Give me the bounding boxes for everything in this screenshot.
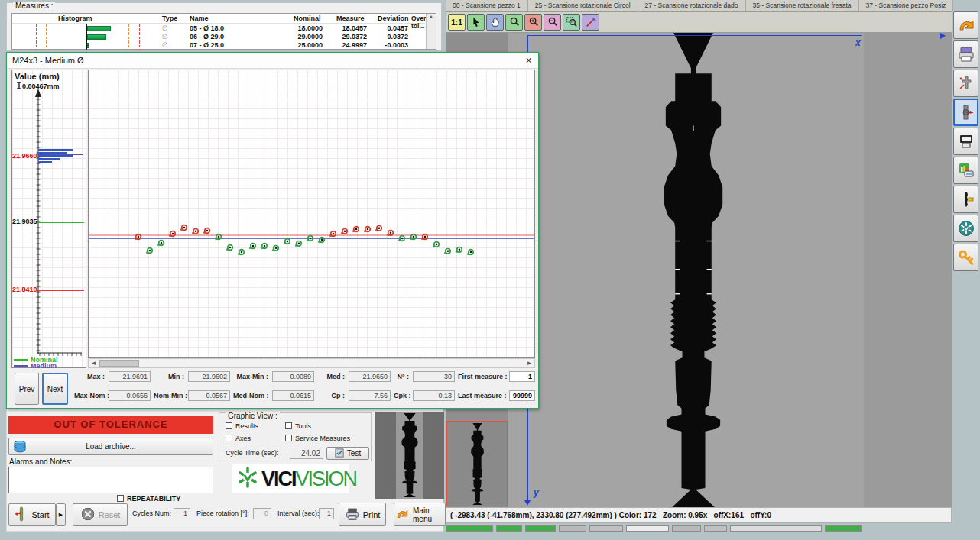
- scan-tab[interactable]: 27 - Scansione rotazionale dado: [638, 0, 746, 11]
- dialog-titlebar[interactable]: M24x3 - Medium Ø ×: [7, 53, 538, 69]
- scroll-thumb[interactable]: [99, 360, 139, 367]
- zoom-out-button[interactable]: [544, 14, 561, 31]
- deviation-bar: [87, 43, 89, 48]
- piece-rotation-field[interactable]: 0: [253, 508, 271, 519]
- x-axis-label: x: [855, 37, 861, 48]
- stat-value-field[interactable]: 99999: [509, 390, 535, 401]
- zoom-button[interactable]: [505, 14, 523, 31]
- vici-logo-button[interactable]: [953, 215, 978, 242]
- measure-name: 06 - Ø 29.0: [190, 33, 224, 40]
- part-tools-button[interactable]: [953, 186, 978, 213]
- trend-plot[interactable]: [88, 70, 535, 358]
- main-menu-button[interactable]: Main menu: [394, 503, 446, 526]
- scan-tab-strip: 00 - Scansione pezzo 125 - Scansione rot…: [446, 0, 952, 12]
- measured-value: 18.0457: [327, 24, 367, 32]
- col-nominal[interactable]: Nominal: [294, 15, 321, 22]
- zoom-in-button[interactable]: [524, 14, 542, 31]
- x-axis-arrow: [940, 33, 946, 39]
- col-measure[interactable]: Measure: [336, 15, 365, 22]
- scan-tab[interactable]: 35 - Scansione rotazionale fresata: [746, 0, 859, 11]
- checkbox-label: Results: [235, 422, 258, 430]
- start-button[interactable]: Start: [8, 503, 56, 526]
- alarms-textarea[interactable]: [8, 467, 213, 493]
- print-report-button[interactable]: [953, 40, 978, 68]
- service-measures-checkbox[interactable]: [285, 435, 292, 441]
- results-view-button[interactable]: [953, 157, 978, 184]
- dialog-title: M24x3 - Medium Ø: [12, 56, 84, 65]
- stat-value-field[interactable]: 1: [509, 371, 535, 382]
- part-program-button[interactable]: [953, 70, 978, 97]
- stat-label: Last measure :: [458, 392, 506, 399]
- test-button[interactable]: Test: [326, 447, 369, 460]
- data-point-3: [157, 241, 164, 247]
- col-name[interactable]: Name: [190, 15, 209, 22]
- main-menu-back-button[interactable]: [953, 11, 978, 39]
- cycle-time-field[interactable]: 24.02: [290, 448, 323, 459]
- trend-plot-canvas: [89, 70, 534, 357]
- data-point-6: [192, 229, 198, 235]
- checkbox-label: Tools: [295, 422, 311, 430]
- viewport-right-shade: [864, 33, 952, 507]
- repeatability-checkbox[interactable]: [117, 495, 124, 502]
- print-preview-button[interactable]: [953, 128, 978, 155]
- cycles-num-field[interactable]: 1: [174, 508, 190, 519]
- graphic-view-option: Results: [226, 422, 285, 435]
- prev-button[interactable]: Prev: [15, 373, 39, 405]
- data-point-17: [318, 238, 324, 244]
- stat-label: Cp :: [317, 392, 345, 399]
- measure-line-button[interactable]: [582, 14, 599, 31]
- scroll-left-icon[interactable]: ◄: [89, 359, 99, 367]
- taskbar-segment: [525, 525, 556, 532]
- plot-hscrollbar[interactable]: ◄ ►: [88, 358, 535, 368]
- measure-row[interactable]: ∅06 - Ø 29.029.000029.03720.0372: [12, 33, 425, 41]
- service-key-button[interactable]: [953, 244, 978, 271]
- col-deviation[interactable]: Deviation: [378, 15, 409, 22]
- measure-row[interactable]: ∅07 - Ø 25.025.000024.9997-0.0003: [12, 41, 425, 50]
- load-archive-button[interactable]: Load archive...: [8, 438, 213, 455]
- pan-hand-button[interactable]: [486, 14, 504, 31]
- tolerance-dash-line: [128, 33, 129, 41]
- col-histogram[interactable]: Histogram: [58, 15, 92, 22]
- measures-scrollbar[interactable]: ▲: [426, 14, 436, 49]
- overview-thumbnail[interactable]: [446, 421, 508, 506]
- reset-button[interactable]: Reset: [73, 503, 128, 526]
- results-checkbox[interactable]: [226, 422, 232, 429]
- tolerance-dash-line: [139, 24, 140, 33]
- zoom-window-button[interactable]: [563, 14, 580, 31]
- start-options-button[interactable]: ▶: [56, 503, 66, 526]
- logo-vision-text: VISION: [296, 467, 357, 491]
- measure-program-button[interactable]: [953, 99, 978, 126]
- measure-row[interactable]: ∅05 - Ø 18.018.000018.04570.0457: [12, 24, 425, 33]
- next-button[interactable]: Next: [42, 373, 68, 405]
- axes-checkbox[interactable]: [226, 435, 232, 441]
- scan-tab[interactable]: 37 - Scansione pezzo Posiz: [859, 0, 954, 11]
- scroll-up-icon[interactable]: ▲: [429, 14, 434, 19]
- measure-trend-dialog: M24x3 - Medium Ø × Value (mm) 0.00467mm …: [6, 52, 539, 409]
- tolerance-dash-line: [46, 24, 47, 33]
- actual-size-button[interactable]: 1:1: [448, 14, 466, 31]
- tolerance-dash-line: [36, 33, 37, 41]
- tools-checkbox[interactable]: [285, 422, 292, 429]
- medium-swatch: [14, 365, 28, 367]
- close-icon[interactable]: ×: [522, 54, 535, 67]
- select-cursor-button[interactable]: [467, 14, 485, 31]
- print-report-icon: [957, 45, 975, 63]
- scroll-right-icon[interactable]: ►: [524, 359, 534, 367]
- graphic-view-group: Graphic View : ResultsToolsAxesService M…: [219, 412, 372, 461]
- data-point-11: [249, 244, 255, 250]
- data-point-19: [341, 229, 347, 235]
- bottom-task-strip: [446, 525, 952, 532]
- stat-cp: Cp :7.56: [317, 390, 391, 402]
- scan-tab[interactable]: 00 - Scansione pezzo 1: [446, 0, 528, 11]
- tolerance-status-banner: OUT OF TOLERANCE: [8, 416, 213, 434]
- measures-label: Measures :: [13, 2, 55, 10]
- print-button[interactable]: Print: [339, 503, 386, 526]
- x-axis-line: [527, 35, 862, 36]
- interval-field[interactable]: 1: [319, 508, 334, 519]
- tolerance-dash-line: [46, 33, 47, 41]
- scan-tab[interactable]: 25 - Scansione rotazionale Circol: [528, 0, 638, 11]
- part-thumbnail: [375, 412, 444, 499]
- printer-icon: [345, 507, 360, 522]
- col-type[interactable]: Type: [162, 15, 177, 22]
- upper-tol-value: 21.9660: [12, 152, 36, 160]
